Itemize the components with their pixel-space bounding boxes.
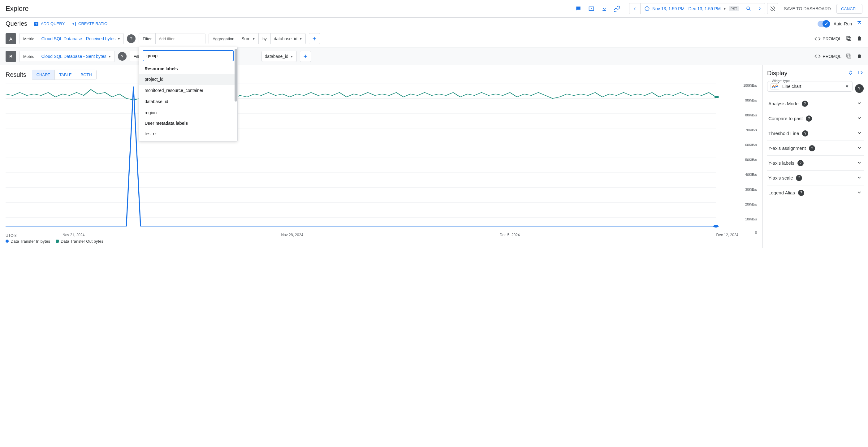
add-query-label: ADD QUERY — [41, 21, 65, 26]
display-accordion: Analysis Mode? Compare to past? Threshol… — [767, 96, 864, 200]
legend-swatch — [6, 240, 9, 243]
legend-item: Data Transfer In bytes — [6, 239, 50, 244]
x-tick: Dec 5, 2024 — [500, 233, 520, 237]
query-badge-a: A — [6, 33, 16, 44]
by-label: by — [258, 33, 271, 44]
expand-display-icon[interactable] — [847, 70, 854, 77]
dropdown-option[interactable]: region — [139, 107, 237, 118]
dropdown-option[interactable]: test-rk — [139, 128, 237, 139]
accordion-yaxis-assignment[interactable]: Y-axis assignment? — [767, 141, 864, 156]
widget-type-value: Line chart — [782, 84, 842, 89]
help-icon[interactable]: ? — [855, 84, 864, 93]
metric-label: Metric — [20, 33, 38, 44]
promql-label: PROMQL — [823, 54, 841, 59]
help-icon[interactable]: ? — [798, 190, 804, 196]
chart-area: 100KiB/s 90KiB/s 80KiB/s 70KiB/s 60KiB/s… — [6, 84, 757, 232]
accordion-legend-alias[interactable]: Legend Alias? — [767, 185, 864, 200]
groupby-pill-b: database_id ▼ — [261, 51, 297, 62]
tab-chart[interactable]: CHART — [32, 70, 55, 80]
aggregation-select-a[interactable]: Sum ▼ — [238, 36, 258, 41]
dropdown-option[interactable]: monitored_resource_container — [139, 85, 237, 96]
aggregation-value-a: Sum — [241, 36, 250, 41]
chart-svg — [6, 84, 757, 232]
caret-down-icon: ▼ — [108, 55, 112, 58]
metric-select-b[interactable]: Cloud SQL Database - Sent bytes ▼ — [38, 54, 114, 59]
y-tick: 10KiB/s — [745, 217, 757, 221]
widget-type-select[interactable]: Widget type Line chart ▼ — [767, 81, 852, 92]
cancel-button[interactable]: CANCEL — [836, 4, 862, 13]
svg-point-1 — [747, 7, 749, 9]
collapse-queries-icon[interactable] — [856, 20, 862, 27]
link-icon[interactable] — [612, 3, 623, 14]
dropdown-search-input[interactable] — [146, 53, 230, 58]
caret-down-icon: ▼ — [845, 84, 849, 89]
metric-pill-b: Metric Cloud SQL Database - Sent bytes ▼ — [19, 51, 115, 62]
accordion-yaxis-labels[interactable]: Y-axis labels? — [767, 156, 864, 171]
copy-icon[interactable] — [846, 35, 852, 42]
time-range-text: Nov 13, 1:59 PM - Dec 13, 1:59 PM — [652, 6, 721, 11]
legend-swatch — [56, 240, 59, 243]
help-icon[interactable]: ? — [802, 100, 808, 107]
accordion-yaxis-scale[interactable]: Y-axis scale? — [767, 171, 864, 185]
accordion-analysis-mode[interactable]: Analysis Mode? — [767, 96, 864, 111]
metric-select-a[interactable]: Cloud SQL Database - Received bytes ▼ — [38, 36, 123, 41]
y-tick: 80KiB/s — [745, 113, 757, 117]
delete-icon[interactable] — [856, 35, 862, 42]
collapse-panel-icon[interactable] — [858, 70, 864, 77]
trailing-icon[interactable] — [586, 3, 597, 14]
help-icon[interactable]: ? — [796, 175, 802, 181]
metric-value-b: Cloud SQL Database - Sent bytes — [41, 54, 106, 59]
sync-off-icon[interactable] — [767, 3, 778, 14]
promql-button-b[interactable]: PROMQL — [814, 53, 841, 59]
copy-icon[interactable] — [846, 53, 852, 60]
filter-input-a[interactable] — [156, 33, 205, 44]
query-badge-b: B — [6, 51, 16, 62]
accordion-compare-past[interactable]: Compare to past? — [767, 111, 864, 126]
time-search-button[interactable] — [743, 3, 754, 14]
y-tick: 40KiB/s — [745, 173, 757, 176]
accordion-label: Y-axis scale — [768, 175, 793, 180]
accordion-threshold[interactable]: Threshold Line? — [767, 126, 864, 141]
help-icon[interactable]: ? — [798, 160, 804, 166]
x-tick: Nov 28, 2024 — [281, 233, 303, 237]
accordion-label: Y-axis assignment — [768, 146, 806, 151]
tab-table[interactable]: TABLE — [55, 70, 76, 80]
legend-label: Data Transfer Out bytes — [61, 239, 103, 244]
caret-down-icon: ▼ — [252, 37, 255, 40]
y-tick: 0 — [755, 231, 757, 234]
tab-both[interactable]: BOTH — [76, 70, 96, 80]
help-icon[interactable]: ? — [806, 116, 812, 122]
auto-run-toggle[interactable] — [817, 21, 829, 27]
x-axis: Nov 21, 2024 Nov 28, 2024 Dec 5, 2024 De… — [61, 233, 757, 237]
chevron-down-icon — [856, 115, 862, 122]
time-next-button[interactable] — [754, 3, 765, 14]
help-icon[interactable]: ? — [809, 145, 815, 151]
create-ratio-button[interactable]: CREATE RATIO — [71, 21, 107, 27]
promql-label: PROMQL — [823, 36, 841, 41]
widget-type-label: Widget type — [771, 79, 791, 83]
query-row-a: A Metric Cloud SQL Database - Received b… — [0, 30, 868, 48]
caret-down-icon: ▼ — [290, 55, 293, 58]
add-groupby-button-a[interactable] — [309, 33, 320, 44]
download-icon[interactable] — [599, 3, 610, 14]
time-prev-button[interactable] — [629, 3, 641, 14]
auto-run-label: Auto-Run — [834, 21, 852, 26]
svg-rect-4 — [847, 36, 850, 39]
help-icon[interactable]: ? — [802, 130, 808, 137]
chat-icon[interactable] — [573, 3, 584, 14]
help-icon[interactable]: ? — [127, 34, 135, 43]
dropdown-option[interactable]: database_id — [139, 96, 237, 107]
time-range-button[interactable]: Nov 13, 1:59 PM - Dec 13, 1:59 PM ▼ PST — [641, 6, 743, 11]
series-in — [6, 87, 716, 226]
groupby-select-a[interactable]: database_id ▼ — [271, 36, 305, 41]
dropdown-option[interactable]: project_id — [139, 74, 237, 85]
dropdown-scrollbar[interactable] — [235, 49, 237, 101]
delete-icon[interactable] — [856, 53, 862, 60]
add-query-button[interactable]: ADD QUERY — [33, 21, 65, 27]
help-icon[interactable]: ? — [118, 52, 127, 61]
groupby-select-b[interactable]: database_id ▼ — [262, 54, 297, 59]
promql-button-a[interactable]: PROMQL — [814, 36, 841, 42]
add-groupby-button-b[interactable] — [300, 51, 311, 62]
results-panel: Results CHART TABLE BOTH 100KiB/s 90KiB/… — [0, 65, 763, 248]
save-to-dashboard-button[interactable]: SAVE TO DASHBOARD — [780, 4, 835, 13]
